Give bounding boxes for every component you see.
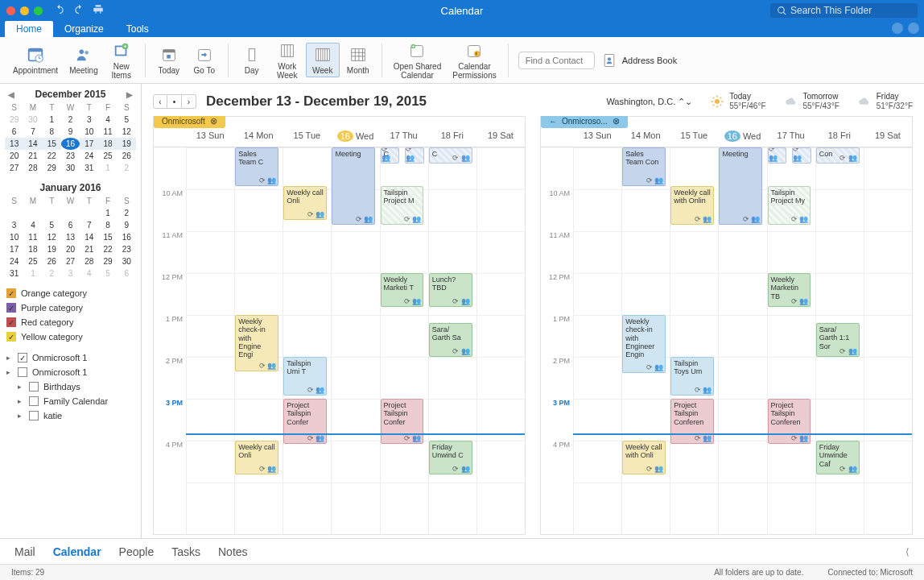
checkbox-icon[interactable]: ✓ (6, 317, 16, 327)
address-book-button[interactable]: Address Book (601, 52, 677, 68)
calendar-tree-item[interactable]: ▸Onmicrosoft 1 (6, 365, 134, 379)
chevron-icon[interactable]: ▸ (18, 412, 24, 420)
minical-day[interactable]: 5 (118, 114, 136, 126)
calendar-event[interactable]: Sales Team Con⟳ 👥 (622, 147, 666, 186)
minical-day[interactable]: 20 (61, 243, 80, 255)
minical-day[interactable]: 18 (23, 243, 42, 255)
minical-day[interactable] (23, 207, 42, 219)
minical-day[interactable]: 8 (43, 126, 61, 138)
minical-day[interactable]: 24 (5, 255, 23, 267)
print-icon[interactable] (93, 4, 104, 17)
calendar-event[interactable]: Project Tailspin Conferen⟳ 👥 (670, 399, 714, 444)
minical-day[interactable]: 5 (98, 267, 117, 280)
calendar-event[interactable]: Weekly Marketin TB⟳ 👥 (768, 273, 811, 307)
find-contact-input[interactable] (518, 52, 595, 69)
checkbox-icon[interactable] (29, 382, 39, 392)
minical-day[interactable]: 6 (61, 219, 80, 231)
calendar-event[interactable]: Project Tailspin Confer⟳ 👥 (283, 399, 327, 444)
minical-day[interactable]: 15 (98, 231, 117, 243)
minical-day[interactable]: 30 (118, 255, 136, 267)
day-view-button[interactable]: Day (235, 44, 269, 77)
minical-day[interactable]: 14 (23, 138, 42, 150)
minical-day[interactable]: 17 (5, 243, 23, 255)
minical-day[interactable]: 1 (98, 207, 117, 219)
minical-day[interactable]: 25 (23, 255, 42, 267)
checkbox-icon[interactable] (18, 367, 27, 377)
minical-day[interactable]: 4 (80, 267, 98, 280)
calendar-tree-item[interactable]: ▸✓Onmicrosoft 1 (6, 350, 134, 365)
calendar-event[interactable]: Project Tailspin Conferen⟳ 👥 (768, 399, 811, 444)
minical-day[interactable]: 1 (43, 114, 61, 126)
module-tasks[interactable]: Tasks (171, 545, 200, 558)
minical-day[interactable]: 15 (43, 138, 61, 150)
account-icon[interactable] (892, 23, 903, 34)
minical-day[interactable]: 14 (80, 231, 98, 243)
minical-day[interactable]: 29 (43, 162, 61, 174)
minical-day[interactable]: 4 (23, 219, 42, 231)
day-header[interactable]: 16 Wed (718, 128, 766, 147)
day-header[interactable]: 19 Sat (864, 128, 912, 147)
calendar-event[interactable]: Tailspin Project My⟳ 👥 (768, 186, 811, 225)
close-icon[interactable]: ⊗ (613, 116, 620, 126)
minical-day[interactable]: 19 (43, 243, 61, 255)
minical-day[interactable]: 21 (80, 243, 98, 255)
minical-day[interactable]: 2 (43, 267, 61, 280)
calendar-event[interactable]: Tailspin Project M⟳ 👥 (381, 186, 424, 225)
minical-day[interactable]: 27 (61, 255, 80, 267)
module-notes[interactable]: Notes (218, 545, 248, 558)
calendar-tree-item[interactable]: ▸Family Calendar (18, 394, 134, 408)
minical-next[interactable]: ▶ (126, 90, 133, 99)
appointment-button[interactable]: Appointment (8, 44, 63, 77)
checkbox-icon[interactable] (29, 396, 39, 406)
overlay-tab[interactable]: Onmicrosoft ⊗ (154, 116, 225, 128)
search-box[interactable] (770, 3, 918, 18)
category-row[interactable]: ✓Yellow category (6, 329, 134, 344)
chevron-up-icon[interactable] (908, 23, 919, 34)
minical-day[interactable]: 13 (5, 138, 23, 150)
minical-day[interactable]: 1 (23, 267, 42, 280)
chevron-icon[interactable]: ▸ (18, 397, 24, 405)
tab-organize[interactable]: Organize (53, 21, 115, 37)
day-header[interactable]: 14 Mon (234, 128, 283, 147)
calendar-event[interactable]: Meeting⟳ 👥 (719, 147, 762, 225)
checkbox-icon[interactable]: ✓ (18, 353, 27, 362)
minical-day[interactable]: 3 (5, 219, 23, 231)
minical-day[interactable]: 1 (98, 162, 117, 174)
minical-day[interactable]: 16 (61, 138, 80, 150)
minical-day[interactable]: 3 (61, 267, 80, 280)
calendar-tree-item[interactable]: ▸katie (18, 408, 134, 423)
today-dot-button[interactable]: • (167, 94, 182, 109)
minical-day[interactable]: 2 (118, 162, 136, 174)
calendar-event[interactable]: Weekly call with Onlin⟳ 👥 (670, 186, 714, 225)
category-row[interactable]: ✓Red category (6, 315, 134, 329)
minical-prev[interactable]: ◀ (8, 90, 14, 99)
minical-day[interactable]: 7 (80, 219, 98, 231)
calendar-event[interactable]: C⟳ 👥 (381, 147, 400, 164)
calendar-event[interactable]: C⟳ 👥 (429, 147, 472, 164)
minical-day[interactable]: 31 (80, 162, 98, 174)
minical-day[interactable]: 9 (118, 219, 136, 231)
open-shared-calendar-button[interactable]: Open Shared Calendar (389, 39, 447, 81)
minical-day[interactable]: 24 (80, 150, 98, 162)
minical-day[interactable]: 11 (23, 231, 42, 243)
minical-day[interactable]: 6 (118, 267, 136, 280)
day-header[interactable]: 18 Fri (815, 128, 864, 147)
minical-day[interactable]: 19 (118, 138, 136, 150)
calendar-event[interactable]: Friday Unwind C⟳ 👥 (429, 441, 472, 474)
minimize-button[interactable] (20, 6, 29, 15)
today-button[interactable]: Today (152, 44, 186, 77)
day-header[interactable]: 13 Sun (186, 128, 234, 147)
calendar-event[interactable]: Weekly call with Onli⟳ 👥 (622, 441, 666, 474)
minical-day[interactable]: 28 (23, 162, 42, 174)
chevron-icon[interactable]: ▸ (6, 368, 13, 376)
checkbox-icon[interactable]: ✓ (6, 332, 16, 342)
minical-day[interactable]: 7 (23, 126, 42, 138)
minical-day[interactable]: 20 (5, 150, 23, 162)
minical-day[interactable]: 8 (98, 219, 117, 231)
calendar-event[interactable]: Weekly Marketi T⟳ 👥 (381, 273, 424, 307)
day-header[interactable]: 19 Sat (476, 128, 525, 147)
minical-day[interactable]: 22 (43, 150, 61, 162)
prev-week-button[interactable]: ‹ (153, 94, 167, 109)
minical-day[interactable]: 10 (5, 231, 23, 243)
calendar-tree-item[interactable]: ▸Birthdays (18, 379, 134, 394)
